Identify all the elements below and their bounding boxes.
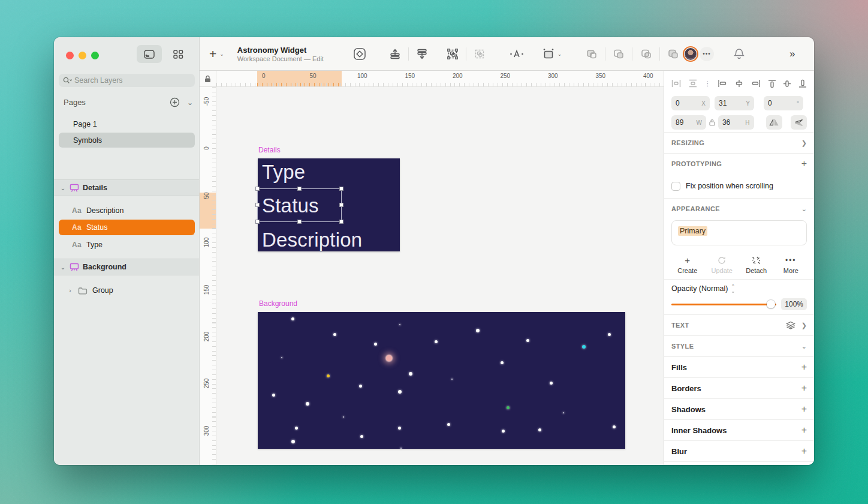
distribute-vertically-icon[interactable]	[688, 79, 698, 88]
canvas-viewport[interactable]: Details Type Status Description	[216, 87, 664, 465]
artboard-title-details[interactable]: Details	[258, 146, 281, 154]
width-field[interactable]: 89 W	[671, 115, 706, 130]
search-layers-field[interactable]	[59, 74, 195, 87]
resize-handle[interactable]	[255, 220, 260, 224]
align-left-icon[interactable]	[718, 79, 727, 88]
horizontal-ruler[interactable]: 050100150200250300350400	[216, 71, 664, 87]
resize-handle[interactable]	[339, 203, 343, 207]
blend-mode-stepper-icon[interactable]: ⌃⌃	[731, 284, 735, 293]
align-top-icon[interactable]	[768, 79, 776, 88]
layer-item-type[interactable]: Aa Type	[59, 237, 195, 253]
notifications-button[interactable]	[730, 45, 749, 63]
add-page-icon[interactable]	[170, 97, 180, 107]
fills-row[interactable]: Fills +	[664, 357, 814, 377]
components-view-button[interactable]	[165, 45, 191, 63]
resize-handle[interactable]	[339, 220, 343, 224]
resizing-section-header[interactable]: RESIZING ❯	[664, 133, 814, 153]
style-section-header[interactable]: STYLE ⌄	[664, 336, 814, 356]
text-section-header[interactable]: TEXT ❯	[664, 315, 814, 335]
create-symbol-button[interactable]	[350, 45, 369, 63]
layer-group-details[interactable]: ⌄ Details	[54, 179, 199, 196]
toolbar-overflow-button[interactable]: »	[783, 45, 802, 63]
height-field[interactable]: 36 H	[718, 115, 754, 130]
add-border-icon[interactable]: +	[801, 383, 807, 394]
add-fill-icon[interactable]: +	[801, 362, 807, 373]
layer-item-status[interactable]: Aa Status	[59, 220, 195, 235]
canvas[interactable]: 050100150200250300350400 -50050100150200…	[200, 71, 664, 465]
shadows-row[interactable]: Shadows +	[664, 399, 814, 419]
group-button[interactable]	[442, 45, 462, 63]
boolean-union-button[interactable]	[582, 45, 601, 63]
add-blur-icon[interactable]: +	[801, 446, 807, 457]
flip-vertical-button[interactable]	[791, 115, 807, 130]
layer-styles-stack-icon[interactable]	[786, 321, 795, 329]
text-layer-type[interactable]: Type	[262, 161, 305, 184]
inner-shadows-row[interactable]: Inner Shadows +	[664, 420, 814, 440]
boolean-difference-button[interactable]	[664, 45, 683, 63]
artboard-title-background[interactable]: Background	[259, 299, 297, 308]
opacity-value-badge[interactable]: 100%	[781, 298, 807, 310]
resize-handle[interactable]	[297, 220, 302, 224]
user-avatar[interactable]	[683, 46, 698, 62]
prototyping-section-header[interactable]: PROTOTYPING +	[664, 154, 814, 174]
minimize-button[interactable]	[79, 52, 86, 59]
zoom-button[interactable]	[91, 52, 99, 59]
rotation-field[interactable]: 0 °	[764, 96, 803, 110]
send-backward-button[interactable]	[412, 45, 432, 63]
boolean-subtract-button[interactable]	[609, 45, 628, 63]
resize-handle[interactable]	[339, 187, 343, 191]
resize-handle[interactable]	[297, 187, 302, 191]
create-button[interactable]: + Create	[670, 250, 705, 279]
chevron-right-icon[interactable]: ›	[67, 287, 73, 294]
borders-row[interactable]: Borders +	[664, 378, 814, 398]
chevron-down-icon[interactable]: ⌄	[60, 185, 66, 191]
artboard-background[interactable]	[258, 312, 625, 449]
opacity-slider[interactable]	[671, 300, 776, 308]
more-button[interactable]: ••• More	[774, 250, 809, 279]
update-button[interactable]: Update	[705, 250, 740, 279]
collapse-pages-icon[interactable]: ⌄	[187, 98, 193, 107]
align-bottom-icon[interactable]	[798, 79, 807, 88]
blur-row[interactable]: Blur +	[664, 441, 814, 461]
distribute-horizontally-icon[interactable]	[671, 79, 681, 88]
symbol-style-box[interactable]: Primary	[671, 220, 807, 245]
sidebar-item-symbols[interactable]: Symbols	[59, 133, 195, 148]
resize-handle[interactable]	[255, 187, 260, 191]
bring-forward-button[interactable]	[385, 45, 405, 63]
ungroup-button[interactable]	[470, 45, 489, 63]
chevron-down-icon[interactable]: ⌄	[60, 264, 66, 271]
align-center-vertical-icon[interactable]	[783, 79, 791, 88]
lock-aspect-icon[interactable]	[709, 119, 715, 126]
layer-item-group[interactable]: › Group	[59, 283, 195, 298]
text-tool-button[interactable]	[507, 45, 526, 63]
sidebar-item-page-1[interactable]: Page 1	[59, 116, 195, 131]
document-title-block[interactable]: Astronomy Widget Workspace Document — Ed…	[237, 46, 333, 62]
insert-button[interactable]: + ⌄	[209, 45, 224, 63]
layer-group-background[interactable]: ⌄ Background	[54, 259, 199, 275]
boolean-intersect-button[interactable]	[636, 45, 655, 63]
detach-button[interactable]: Detach	[739, 250, 774, 279]
resize-handle[interactable]	[255, 203, 260, 207]
layer-list-view-button[interactable]	[137, 45, 162, 63]
y-position-field[interactable]: 31 Y	[715, 96, 754, 110]
align-center-horizontal-icon[interactable]	[734, 79, 744, 88]
vertical-ruler[interactable]: -50050100150200250300	[200, 87, 216, 465]
add-shadow-icon[interactable]: +	[801, 404, 807, 415]
selection-bounding-box[interactable]	[257, 188, 342, 222]
ruler-lock-corner[interactable]	[200, 71, 216, 87]
search-input[interactable]	[74, 76, 191, 85]
collaborators-more-button[interactable]: •••	[700, 47, 714, 61]
make-exportable-row[interactable]: MAKE EXPORTABLE +	[664, 462, 814, 465]
shape-tool-button[interactable]: ⌄	[539, 45, 565, 63]
add-inner-shadow-icon[interactable]: +	[801, 425, 807, 436]
opacity-slider-knob[interactable]	[767, 300, 775, 308]
add-icon[interactable]: +	[801, 158, 807, 169]
close-button[interactable]	[66, 52, 74, 59]
flip-horizontal-button[interactable]	[766, 115, 782, 130]
layer-item-description[interactable]: Aa Description	[59, 203, 195, 218]
text-layer-description[interactable]: Description	[262, 229, 362, 251]
x-position-field[interactable]: 0 X	[671, 96, 710, 110]
fix-position-checkbox[interactable]	[671, 182, 680, 191]
align-right-icon[interactable]	[751, 79, 761, 88]
appearance-section-header[interactable]: APPEARANCE ⌄	[664, 199, 814, 219]
